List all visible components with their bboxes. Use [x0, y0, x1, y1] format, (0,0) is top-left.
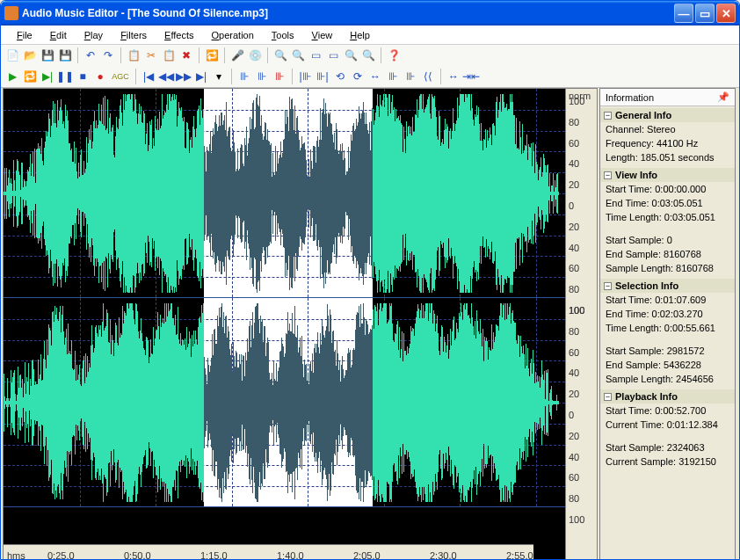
- main-content: hms 0:25.00:50.01:15.01:40.02:05.02:30.0…: [1, 88, 739, 560]
- zoom-v-in-icon[interactable]: 🔍: [343, 47, 359, 63]
- view-time-length: Time Length: 0:03:05.051: [600, 210, 735, 224]
- mix-icon[interactable]: 🔁: [204, 47, 220, 63]
- rewind-icon[interactable]: ◀◀: [158, 69, 174, 84]
- sel-time-length: Time Length: 0:00:55.661: [600, 321, 735, 335]
- play-sel-icon[interactable]: ▶|: [40, 69, 55, 84]
- pb-current-sample: Current Sample: 3192150: [600, 455, 735, 469]
- info-length: Length: 185.051 seconds: [600, 150, 735, 164]
- info-channel: Channel: Stereo: [600, 122, 735, 136]
- delete-icon[interactable]: ✖: [178, 47, 194, 63]
- view-start-time: Start Time: 0:00:00.000: [600, 182, 735, 196]
- zoom-out-icon[interactable]: 🔍: [290, 47, 306, 63]
- info-panel-title: Information: [606, 92, 654, 103]
- mic-icon[interactable]: 🎤: [229, 47, 245, 63]
- undo-icon[interactable]: ↶: [83, 47, 98, 63]
- agc-icon[interactable]: AGC: [110, 69, 131, 84]
- sel-start-time: Start Time: 0:01:07.609: [600, 293, 735, 307]
- menu-view[interactable]: View: [303, 27, 342, 43]
- waveform-tracks[interactable]: hms 0:25.00:50.01:15.01:40.02:05.02:30.0…: [4, 89, 565, 560]
- view-start-sample: Start Sample: 0: [600, 233, 735, 247]
- sel6-icon[interactable]: ⊪: [385, 69, 401, 84]
- zoom-v-out-icon[interactable]: 🔍: [360, 47, 376, 63]
- menu-edit[interactable]: Edit: [41, 27, 76, 43]
- sel-end-time: End Time: 0:02:03.270: [600, 307, 735, 321]
- sel5-icon[interactable]: ↔: [367, 69, 383, 84]
- app-icon: [4, 6, 18, 20]
- toolbar-row-2: ▶ 🔁 ▶| ❚❚ ■ ● AGC |◀ ◀◀ ▶▶ ▶| ▾ ⊪ ⊪ ⊪ |⊪…: [1, 66, 739, 87]
- h-collapse-icon[interactable]: ⇥⇤: [463, 69, 479, 84]
- new-icon[interactable]: 📄: [4, 47, 20, 63]
- pin-icon[interactable]: 📌: [717, 91, 729, 103]
- menu-operation[interactable]: Operation: [203, 27, 263, 43]
- sel1-icon[interactable]: |⊪: [297, 69, 313, 84]
- paste-icon[interactable]: 📋: [161, 47, 177, 63]
- pause-icon[interactable]: ❚❚: [57, 69, 73, 84]
- cut-icon[interactable]: ✂: [143, 47, 159, 63]
- section-selection-header[interactable]: −Selection Info: [600, 279, 735, 293]
- stop-icon[interactable]: ■: [75, 69, 91, 84]
- menu-effects[interactable]: Effects: [156, 27, 202, 43]
- toolbar-row-1: 📄 📂 💾 💾 ↶ ↷ 📋 ✂ 📋 ✖ 🔁 🎤 💿 🔍 🔍 ▭ ▭ 🔍 🔍 ❓: [1, 45, 739, 66]
- time-ruler[interactable]: hms 0:25.00:50.01:15.01:40.02:05.02:30.0…: [4, 544, 533, 560]
- view-sample-length: Sample Length: 8160768: [600, 261, 735, 275]
- pb-current-time: Current Time: 0:01:12.384: [600, 418, 735, 432]
- open-icon[interactable]: 📂: [22, 47, 38, 63]
- waveform-track-right[interactable]: [4, 298, 565, 507]
- help-icon[interactable]: ❓: [386, 47, 402, 63]
- window-controls: — ▭ ✕: [674, 4, 736, 23]
- section-view-header[interactable]: −View Info: [600, 168, 735, 182]
- zoom-in-icon[interactable]: 🔍: [272, 47, 288, 63]
- go-start-icon[interactable]: |◀: [141, 69, 156, 84]
- section-general-header[interactable]: −General Info: [600, 108, 735, 122]
- menu-file[interactable]: File: [8, 27, 41, 43]
- section-playback-header[interactable]: −Playback Info: [600, 389, 735, 404]
- waveform-area[interactable]: hms 0:25.00:50.01:15.01:40.02:05.02:30.0…: [3, 88, 598, 560]
- time-unit-label: hms: [7, 550, 25, 560]
- marker3-icon[interactable]: ⊪: [272, 69, 287, 84]
- save-as-icon[interactable]: 💾: [57, 47, 73, 63]
- copy-icon[interactable]: 📋: [126, 47, 141, 63]
- view-end-time: End Time: 0:03:05.051: [600, 196, 735, 210]
- minimize-button[interactable]: —: [674, 4, 693, 23]
- info-frequency: Frequency: 44100 Hz: [600, 136, 735, 150]
- titlebar: Audio Music Editor - [The Sound Of Silen…: [1, 1, 739, 25]
- zoom-sel-icon[interactable]: ▭: [325, 47, 341, 63]
- window-title: Audio Music Editor - [The Sound Of Silen…: [22, 7, 674, 19]
- sel4-icon[interactable]: ⟳: [350, 69, 366, 84]
- h-expand-icon[interactable]: ↔: [446, 69, 461, 84]
- view-end-sample: End Sample: 8160768: [600, 247, 735, 261]
- pb-start-time: Start Time: 0:00:52.700: [600, 404, 735, 418]
- sel-start-sample: Start Sample: 2981572: [600, 344, 735, 358]
- loop-icon[interactable]: 🔁: [22, 69, 38, 84]
- marker1-icon[interactable]: ⊪: [236, 69, 252, 84]
- menu-help[interactable]: Help: [341, 27, 379, 43]
- go-end-icon[interactable]: ▶|: [193, 69, 209, 84]
- maximize-button[interactable]: ▭: [695, 4, 715, 23]
- zoom-fit-icon[interactable]: ▭: [308, 47, 323, 63]
- info-panel: Information 📌 −General Info Channel: Ste…: [599, 88, 736, 560]
- menu-play[interactable]: Play: [76, 27, 112, 43]
- amplitude-ruler: norm 10080604020020406080100100806040200…: [565, 89, 597, 560]
- sel2-icon[interactable]: ⊪|: [315, 69, 330, 84]
- sel3-icon[interactable]: ⟲: [332, 69, 348, 84]
- waveform-track-left[interactable]: [4, 89, 565, 298]
- sel-sample-length: Sample Length: 2454656: [600, 372, 735, 386]
- close-button[interactable]: ✕: [716, 4, 736, 23]
- forward-icon[interactable]: ▶▶: [176, 69, 192, 84]
- sel8-icon[interactable]: ⟨⟨: [420, 69, 436, 84]
- play-icon[interactable]: ▶: [4, 69, 20, 84]
- dropdown-icon[interactable]: ▾: [211, 69, 227, 84]
- toolbar-container: 📄 📂 💾 💾 ↶ ↷ 📋 ✂ 📋 ✖ 🔁 🎤 💿 🔍 🔍 ▭ ▭ 🔍 🔍 ❓ …: [1, 45, 739, 88]
- sel7-icon[interactable]: ⊪: [403, 69, 418, 84]
- menubar: File Edit Play Filters Effects Operation…: [1, 25, 739, 45]
- sel-end-sample: End Sample: 5436228: [600, 358, 735, 372]
- redo-icon[interactable]: ↷: [100, 47, 116, 63]
- record-icon[interactable]: ●: [92, 69, 108, 84]
- marker2-icon[interactable]: ⊪: [254, 69, 270, 84]
- disc-icon[interactable]: 💿: [247, 47, 263, 63]
- info-panel-header: Information 📌: [600, 89, 735, 106]
- pb-start-sample: Start Sample: 2324063: [600, 440, 735, 455]
- menu-tools[interactable]: Tools: [263, 27, 303, 43]
- menu-filters[interactable]: Filters: [112, 27, 156, 43]
- save-icon[interactable]: 💾: [40, 47, 55, 63]
